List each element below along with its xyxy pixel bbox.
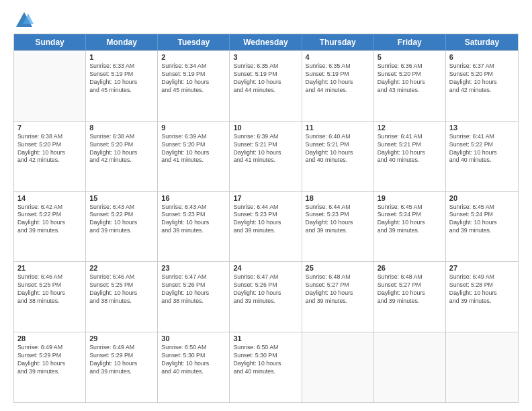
- daylight-text: Daylight: 10 hours: [89, 289, 137, 296]
- daylight-text-2: and 45 minutes.: [89, 87, 132, 93]
- day-number: 1: [89, 53, 154, 61]
- calendar-cell: 4Sunrise: 6:35 AMSunset: 5:19 PMDaylight…: [302, 51, 374, 121]
- calendar-cell: [374, 332, 446, 402]
- calendar-cell: 7Sunrise: 6:38 AMSunset: 5:20 PMDaylight…: [14, 122, 86, 191]
- calendar-cell: 10Sunrise: 6:39 AMSunset: 5:21 PMDayligh…: [230, 122, 302, 191]
- day-number: 7: [17, 124, 82, 132]
- daylight-text: Daylight: 10 hours: [17, 219, 65, 226]
- sunrise-text: Sunrise: 6:45 AM: [378, 203, 423, 210]
- daylight-text: Daylight: 10 hours: [449, 289, 497, 296]
- sunset-text: Sunset: 5:26 PM: [161, 281, 205, 288]
- sunrise-text: Sunrise: 6:38 AM: [17, 133, 62, 140]
- logo-icon: [15, 11, 34, 30]
- sunrise-text: Sunrise: 6:46 AM: [89, 273, 134, 280]
- daylight-text: Daylight: 10 hours: [161, 289, 209, 296]
- sunset-text: Sunset: 5:30 PM: [233, 352, 277, 359]
- header-day-monday: Monday: [86, 34, 158, 50]
- daylight-text: Daylight: 10 hours: [161, 360, 209, 367]
- sunrise-text: Sunrise: 6:49 AM: [449, 273, 494, 280]
- daylight-text-2: and 39 minutes.: [233, 227, 275, 234]
- sunrise-text: Sunrise: 6:47 AM: [233, 273, 278, 280]
- cell-info: Sunrise: 6:40 AMSunset: 5:21 PMDaylight:…: [306, 133, 370, 165]
- cell-info: Sunrise: 6:50 AMSunset: 5:30 PMDaylight:…: [233, 344, 298, 376]
- daylight-text: Daylight: 10 hours: [306, 289, 353, 296]
- cell-info: Sunrise: 6:38 AMSunset: 5:20 PMDaylight:…: [17, 133, 82, 165]
- sunset-text: Sunset: 5:25 PM: [17, 281, 61, 288]
- cell-info: Sunrise: 6:48 AMSunset: 5:27 PMDaylight:…: [378, 273, 442, 306]
- daylight-text-2: and 45 minutes.: [161, 87, 204, 93]
- day-number: 23: [161, 264, 226, 272]
- calendar-cell: 23Sunrise: 6:47 AMSunset: 5:26 PMDayligh…: [158, 262, 230, 332]
- sunrise-text: Sunrise: 6:39 AM: [161, 133, 206, 140]
- calendar-cell: [446, 332, 518, 402]
- cell-info: Sunrise: 6:43 AMSunset: 5:22 PMDaylight:…: [89, 203, 154, 236]
- sunset-text: Sunset: 5:20 PM: [449, 71, 493, 77]
- cell-info: Sunrise: 6:45 AMSunset: 5:24 PMDaylight:…: [449, 203, 515, 236]
- daylight-text-2: and 40 minutes.: [378, 156, 420, 163]
- sunset-text: Sunset: 5:20 PM: [89, 141, 133, 148]
- calendar-cell: 8Sunrise: 6:38 AMSunset: 5:20 PMDaylight…: [86, 122, 158, 191]
- sunrise-text: Sunrise: 6:35 AM: [306, 62, 351, 69]
- sunrise-text: Sunrise: 6:35 AM: [233, 62, 278, 69]
- calendar-cell: 12Sunrise: 6:41 AMSunset: 5:21 PMDayligh…: [374, 122, 446, 191]
- daylight-text-2: and 39 minutes.: [306, 298, 348, 304]
- daylight-text-2: and 42 minutes.: [89, 156, 132, 163]
- daylight-text: Daylight: 10 hours: [306, 79, 353, 85]
- day-number: 4: [306, 53, 370, 61]
- daylight-text: Daylight: 10 hours: [89, 79, 137, 85]
- daylight-text: Daylight: 10 hours: [233, 289, 281, 296]
- sunset-text: Sunset: 5:25 PM: [89, 281, 133, 288]
- daylight-text: Daylight: 10 hours: [233, 360, 281, 367]
- day-number: 17: [233, 194, 298, 202]
- day-number: 29: [89, 334, 154, 342]
- cell-info: Sunrise: 6:34 AMSunset: 5:19 PMDaylight:…: [161, 62, 226, 95]
- sunrise-text: Sunrise: 6:46 AM: [17, 273, 62, 280]
- daylight-text-2: and 40 minutes.: [306, 156, 348, 163]
- calendar-cell: 9Sunrise: 6:39 AMSunset: 5:20 PMDaylight…: [158, 122, 230, 191]
- cell-info: Sunrise: 6:49 AMSunset: 5:28 PMDaylight:…: [449, 273, 515, 306]
- calendar-cell: 16Sunrise: 6:43 AMSunset: 5:23 PMDayligh…: [158, 192, 230, 262]
- daylight-text-2: and 39 minutes.: [378, 298, 420, 304]
- sunset-text: Sunset: 5:21 PM: [233, 141, 277, 148]
- calendar-cell: 15Sunrise: 6:43 AMSunset: 5:22 PMDayligh…: [86, 192, 158, 262]
- day-number: 25: [306, 264, 370, 272]
- calendar-cell: 11Sunrise: 6:40 AMSunset: 5:21 PMDayligh…: [302, 122, 374, 191]
- sunset-text: Sunset: 5:24 PM: [378, 211, 421, 218]
- sunrise-text: Sunrise: 6:45 AM: [449, 203, 494, 210]
- daylight-text-2: and 39 minutes.: [449, 227, 492, 234]
- sunset-text: Sunset: 5:20 PM: [161, 141, 205, 148]
- sunrise-text: Sunrise: 6:37 AM: [449, 62, 494, 69]
- calendar-row-1: 1Sunrise: 6:33 AMSunset: 5:19 PMDaylight…: [14, 50, 518, 121]
- daylight-text: Daylight: 10 hours: [161, 219, 209, 226]
- calendar-cell: 13Sunrise: 6:41 AMSunset: 5:22 PMDayligh…: [446, 122, 518, 191]
- calendar-cell: 31Sunrise: 6:50 AMSunset: 5:30 PMDayligh…: [230, 332, 302, 402]
- cell-info: Sunrise: 6:47 AMSunset: 5:26 PMDaylight:…: [233, 273, 298, 306]
- day-number: 15: [89, 194, 154, 202]
- cell-info: Sunrise: 6:49 AMSunset: 5:29 PMDaylight:…: [89, 344, 154, 376]
- calendar-cell: 30Sunrise: 6:50 AMSunset: 5:30 PMDayligh…: [158, 332, 230, 402]
- daylight-text-2: and 40 minutes.: [161, 368, 204, 375]
- calendar-cell: 20Sunrise: 6:45 AMSunset: 5:24 PMDayligh…: [446, 192, 518, 262]
- cell-info: Sunrise: 6:44 AMSunset: 5:23 PMDaylight:…: [306, 203, 370, 236]
- day-number: 20: [449, 194, 515, 202]
- sunrise-text: Sunrise: 6:48 AM: [378, 273, 423, 280]
- daylight-text: Daylight: 10 hours: [378, 149, 425, 156]
- calendar-cell: 3Sunrise: 6:35 AMSunset: 5:19 PMDaylight…: [230, 51, 302, 121]
- sunrise-text: Sunrise: 6:41 AM: [378, 133, 423, 140]
- daylight-text: Daylight: 10 hours: [233, 149, 281, 156]
- day-number: 31: [233, 334, 298, 342]
- daylight-text: Daylight: 10 hours: [89, 360, 137, 367]
- cell-info: Sunrise: 6:43 AMSunset: 5:23 PMDaylight:…: [161, 203, 226, 236]
- page: SundayMondayTuesdayWednesdayThursdayFrid…: [0, 0, 532, 411]
- cell-info: Sunrise: 6:37 AMSunset: 5:20 PMDaylight:…: [449, 62, 515, 95]
- calendar-cell: 29Sunrise: 6:49 AMSunset: 5:29 PMDayligh…: [86, 332, 158, 402]
- day-number: 5: [378, 53, 442, 61]
- header: [13, 11, 519, 27]
- sunrise-text: Sunrise: 6:49 AM: [17, 344, 62, 351]
- sunset-text: Sunset: 5:27 PM: [378, 281, 421, 288]
- sunrise-text: Sunrise: 6:41 AM: [449, 133, 494, 140]
- daylight-text: Daylight: 10 hours: [233, 219, 281, 226]
- calendar-header: SundayMondayTuesdayWednesdayThursdayFrid…: [14, 34, 518, 50]
- sunrise-text: Sunrise: 6:36 AM: [378, 62, 423, 69]
- sunrise-text: Sunrise: 6:50 AM: [161, 344, 206, 351]
